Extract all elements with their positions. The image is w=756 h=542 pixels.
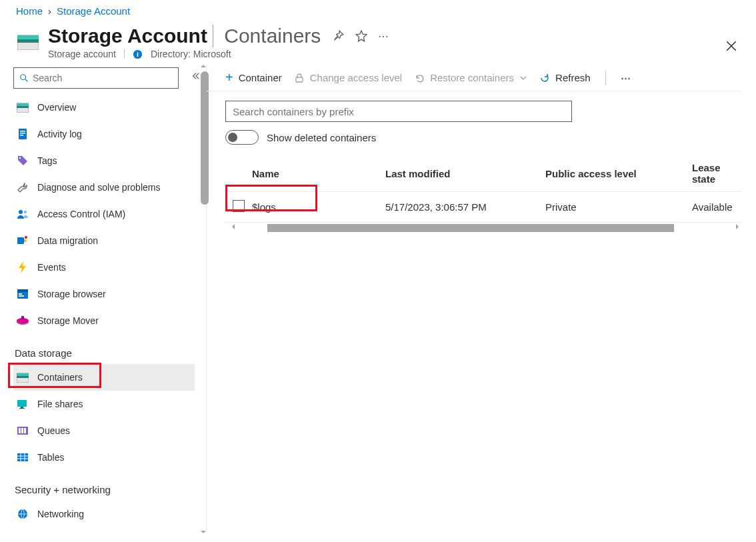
info-icon: i (133, 49, 143, 59)
show-deleted-toggle[interactable] (225, 130, 259, 145)
svg-rect-42 (296, 77, 303, 82)
nav-item-activity-log[interactable]: Activity log (13, 121, 195, 147)
browser-icon (16, 287, 29, 301)
nav-item-storage-mover[interactable]: Storage Mover (13, 307, 195, 334)
nav-item-label: Events (37, 262, 66, 273)
svg-rect-8 (17, 103, 29, 106)
nav-item-label: Data migration (37, 235, 98, 246)
collapse-sidebar-icon[interactable] (191, 71, 195, 81)
nav-group-data-storage: Data storage (15, 347, 195, 359)
nav-item-label: File shares (37, 399, 83, 409)
sidebar-search-input[interactable] (33, 73, 173, 83)
nav-item-label: Activity log (37, 129, 82, 139)
nav-item-label: Tables (37, 452, 64, 463)
svg-point-14 (19, 157, 21, 159)
nav-item-diagnose-and-solve-problems[interactable]: Diagnose and solve problems (13, 174, 195, 201)
nav-item-networking[interactable]: Networking (13, 501, 195, 527)
svg-point-5 (21, 75, 26, 80)
cell-modified: 5/17/2023, 3:06:57 PM (385, 192, 545, 223)
svg-rect-25 (21, 316, 24, 319)
cell-name[interactable]: $logs (252, 192, 385, 223)
container-search-input[interactable] (233, 106, 565, 117)
sidebar-search (13, 67, 179, 89)
nav-item-tables[interactable]: Tables (13, 444, 195, 471)
nav-item-data-migration[interactable]: Data migration (13, 227, 195, 254)
more-icon[interactable]: ⋯ (378, 30, 389, 43)
undo-icon (414, 73, 425, 83)
nav-item-label: Networking (37, 509, 84, 519)
scroll-right-icon[interactable] (733, 223, 741, 231)
page-subtitle: Containers (213, 25, 321, 47)
chevron-down-icon (519, 74, 527, 82)
nav-item-label: Containers (37, 372, 83, 383)
svg-point-16 (24, 211, 27, 213)
svg-rect-30 (21, 407, 23, 408)
nav-item-label: Storage browser (37, 289, 106, 299)
svg-text:i: i (137, 51, 139, 58)
nav-item-events[interactable]: Events (13, 254, 195, 281)
col-header-lease[interactable]: Lease state (692, 155, 743, 192)
show-deleted-label: Show deleted containers (267, 132, 376, 143)
refresh-button[interactable]: Refresh (539, 72, 591, 83)
col-header-modified[interactable]: Last modified (385, 155, 545, 192)
people-icon (16, 207, 29, 221)
restore-containers-button: Restore containers (414, 72, 527, 83)
svg-rect-34 (21, 428, 23, 433)
nav-item-access-control-iam-[interactable]: Access Control (IAM) (13, 201, 195, 227)
svg-rect-28 (17, 376, 29, 378)
row-checkbox[interactable] (233, 200, 245, 212)
svg-rect-17 (17, 237, 24, 244)
lock-icon (294, 73, 305, 83)
nav-item-label: Access Control (IAM) (37, 209, 125, 219)
more-commands-button[interactable]: ⋯ (621, 72, 632, 84)
pin-icon[interactable] (333, 30, 345, 42)
svg-rect-21 (19, 293, 22, 295)
scroll-left-icon[interactable] (229, 223, 237, 231)
fileshare-icon (16, 397, 29, 411)
nav-item-file-shares[interactable]: File shares (13, 391, 195, 417)
breadcrumb-current[interactable]: Storage Account (57, 5, 130, 17)
bolt-icon (16, 261, 29, 274)
add-container-button[interactable]: + Container (225, 70, 282, 85)
queue-icon (16, 424, 29, 437)
svg-rect-13 (20, 135, 23, 136)
horizontal-scrollbar[interactable] (225, 224, 743, 235)
nav-item-containers[interactable]: Containers (13, 364, 195, 391)
close-icon[interactable] (725, 40, 737, 52)
page-title: Storage Account (48, 25, 207, 47)
col-header-access[interactable]: Public access level (545, 155, 692, 192)
log-icon (16, 127, 29, 141)
breadcrumb-home[interactable]: Home (16, 5, 43, 17)
svg-rect-20 (17, 289, 28, 292)
svg-rect-35 (24, 428, 26, 433)
col-header-name[interactable]: Name (252, 155, 385, 192)
mover-icon (16, 314, 29, 327)
wrench-icon (16, 181, 29, 194)
directory-label: Directory: Microsoft (151, 49, 231, 59)
svg-line-6 (25, 79, 28, 82)
plus-icon: + (225, 70, 233, 85)
svg-rect-9 (17, 106, 29, 108)
storage-icon (16, 101, 29, 114)
star-icon[interactable] (355, 30, 367, 42)
command-bar: + Container Change access level Restore … (207, 65, 743, 91)
svg-rect-1 (17, 35, 39, 39)
nav-item-queues[interactable]: Queues (13, 417, 195, 444)
nav-group-security: Security + networking (15, 484, 195, 495)
globe-icon (16, 507, 29, 521)
nav-item-overview[interactable]: Overview (13, 94, 195, 121)
nav-item-label: Overview (37, 102, 76, 113)
nav-item-label: Queues (37, 425, 70, 436)
cell-access: Private (545, 192, 692, 223)
svg-point-15 (19, 210, 23, 214)
table-row[interactable]: $logs5/17/2023, 3:06:57 PMPrivateAvailab… (225, 192, 743, 223)
svg-point-18 (25, 236, 27, 239)
container-search (225, 101, 572, 122)
storage-icon (16, 371, 29, 384)
nav-item-label: Storage Mover (37, 315, 99, 326)
nav-item-storage-browser[interactable]: Storage browser (13, 281, 195, 307)
svg-rect-22 (19, 295, 24, 297)
svg-rect-12 (20, 133, 25, 134)
nav-item-tags[interactable]: Tags (13, 147, 195, 174)
nav-item-label: Tags (37, 155, 57, 166)
